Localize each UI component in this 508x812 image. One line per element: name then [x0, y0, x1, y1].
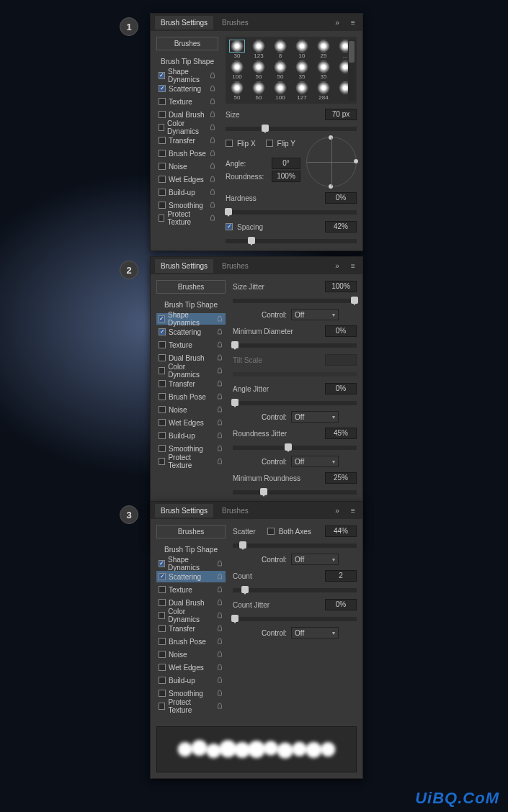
spacing-slider[interactable]: [226, 239, 357, 243]
brush-thumb[interactable]: 284: [315, 81, 332, 101]
option-build-up[interactable]: Build-up: [156, 675, 226, 686]
menu-icon[interactable]: ≡: [348, 17, 358, 27]
option-checkbox[interactable]: [159, 586, 166, 593]
option-checkbox[interactable]: [159, 137, 166, 144]
option-transfer[interactable]: Transfer: [156, 623, 226, 634]
min-roundness-value[interactable]: 25%: [325, 472, 357, 484]
spacing-value[interactable]: 42%: [325, 221, 357, 233]
lock-icon[interactable]: [216, 341, 223, 348]
lock-icon[interactable]: [216, 328, 223, 335]
lock-icon[interactable]: [216, 664, 223, 671]
lock-icon[interactable]: [216, 393, 223, 400]
lock-icon[interactable]: [209, 163, 216, 170]
count-jitter-slider[interactable]: [233, 617, 357, 621]
hardness-slider[interactable]: [226, 210, 357, 215]
option-color-dynamics[interactable]: Color Dynamics: [156, 122, 218, 133]
lock-icon[interactable]: [216, 315, 223, 322]
option-dual-brush[interactable]: Dual Brush: [156, 352, 226, 364]
option-checkbox[interactable]: [159, 202, 166, 209]
option-scattering[interactable]: Scattering: [156, 83, 218, 94]
lock-icon[interactable]: [216, 703, 223, 710]
option-checkbox[interactable]: [159, 328, 166, 335]
option-checkbox[interactable]: [159, 341, 166, 348]
lock-icon[interactable]: [216, 599, 223, 606]
option-noise[interactable]: Noise: [156, 161, 218, 172]
lock-icon[interactable]: [216, 638, 223, 645]
lock-icon[interactable]: [216, 432, 223, 439]
option-build-up[interactable]: Build-up: [156, 186, 218, 198]
brush-thumb[interactable]: 35: [293, 60, 311, 80]
option-checkbox[interactable]: [159, 150, 166, 157]
brush-thumb[interactable]: 127: [293, 81, 311, 101]
brush-thumb[interactable]: 50: [250, 60, 267, 80]
option-checkbox[interactable]: [159, 445, 166, 452]
option-checkbox[interactable]: [159, 354, 166, 361]
option-checkbox[interactable]: [159, 677, 166, 684]
lock-icon[interactable]: [209, 72, 216, 79]
brush-thumb[interactable]: 8: [272, 40, 289, 59]
option-color-dynamics[interactable]: Color Dynamics: [156, 365, 226, 376]
roundness-value[interactable]: 100%: [272, 171, 300, 182]
option-dual-brush[interactable]: Dual Brush: [156, 597, 226, 608]
option-transfer[interactable]: Transfer: [156, 378, 226, 389]
option-checkbox[interactable]: [159, 215, 164, 222]
count-jitter-control-select[interactable]: Off: [291, 627, 339, 639]
option-checkbox[interactable]: [159, 651, 166, 658]
collapse-icon[interactable]: »: [332, 505, 342, 515]
lock-icon[interactable]: [216, 625, 223, 632]
brush-thumb[interactable]: 35: [315, 60, 332, 80]
option-transfer[interactable]: Transfer: [156, 135, 218, 146]
option-checkbox[interactable]: [159, 638, 166, 645]
min-roundness-slider[interactable]: [233, 490, 357, 495]
option-checkbox[interactable]: [159, 393, 166, 400]
tab-brush-settings[interactable]: Brush Settings: [155, 504, 213, 518]
lock-icon[interactable]: [209, 189, 216, 196]
option-checkbox[interactable]: [159, 72, 165, 79]
lock-icon[interactable]: [209, 215, 216, 222]
option-brush-pose[interactable]: Brush Pose: [156, 636, 226, 647]
brush-thumb[interactable]: 10: [293, 40, 311, 59]
option-brush-pose[interactable]: Brush Pose: [156, 391, 226, 402]
lock-icon[interactable]: [209, 85, 216, 92]
min-diameter-slider[interactable]: [233, 343, 357, 348]
scatter-control-select[interactable]: Off: [291, 554, 339, 565]
option-checkbox[interactable]: [159, 176, 166, 183]
option-texture[interactable]: Texture: [156, 96, 218, 107]
option-checkbox[interactable]: [159, 599, 166, 606]
lock-icon[interactable]: [216, 367, 223, 374]
count-slider[interactable]: [233, 588, 357, 592]
brushes-button[interactable]: Brushes: [156, 37, 218, 50]
size-slider[interactable]: [226, 127, 357, 131]
option-protect-texture[interactable]: Protect Texture: [156, 212, 218, 224]
brush-thumb[interactable]: 60: [250, 81, 267, 101]
size-jitter-value[interactable]: 100%: [325, 281, 357, 292]
tab-brushes[interactable]: Brushes: [216, 504, 254, 518]
option-smoothing[interactable]: Smoothing: [156, 199, 218, 211]
option-checkbox[interactable]: [159, 406, 166, 413]
lock-icon[interactable]: [216, 573, 223, 580]
brush-thumb[interactable]: 100: [228, 60, 246, 80]
grid-scrollbar[interactable]: [348, 40, 355, 101]
scatter-slider[interactable]: [233, 543, 357, 548]
lock-icon[interactable]: [209, 98, 216, 105]
option-wet-edges[interactable]: Wet Edges: [156, 173, 218, 185]
angle-jitter-control-select[interactable]: Off: [291, 411, 339, 423]
option-smoothing[interactable]: Smoothing: [156, 687, 226, 699]
count-jitter-value[interactable]: 0%: [325, 599, 357, 610]
option-checkbox[interactable]: [159, 85, 166, 92]
menu-icon[interactable]: ≡: [348, 505, 358, 515]
option-shape-dynamics[interactable]: Shape Dynamics: [156, 313, 226, 325]
angle-jitter-slider[interactable]: [233, 401, 357, 405]
collapse-icon[interactable]: »: [332, 17, 342, 27]
option-checkbox[interactable]: [159, 111, 166, 118]
lock-icon[interactable]: [216, 586, 223, 593]
lock-icon[interactable]: [209, 176, 216, 183]
option-checkbox[interactable]: [159, 419, 166, 426]
brush-thumb[interactable]: 25: [315, 40, 332, 59]
scatter-value[interactable]: 44%: [325, 525, 357, 537]
lock-icon[interactable]: [216, 354, 223, 361]
brush-thumb[interactable]: 100: [272, 81, 289, 101]
lock-icon[interactable]: [216, 458, 223, 465]
option-dual-brush[interactable]: Dual Brush: [156, 109, 218, 120]
option-texture[interactable]: Texture: [156, 584, 226, 595]
